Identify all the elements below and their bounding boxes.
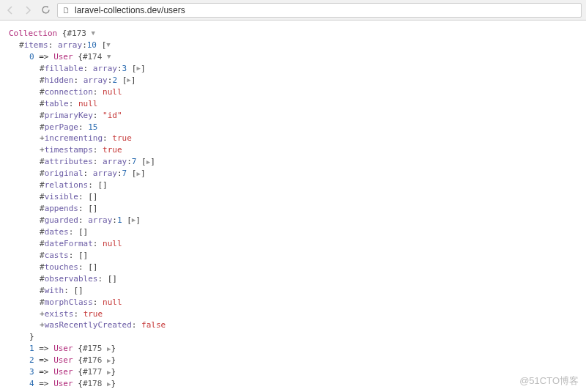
property-key: touches [45, 262, 78, 272]
property-value: 15 [88, 122, 97, 132]
forward-button[interactable] [22, 4, 34, 16]
property-key: guarded [45, 215, 78, 225]
property-value: [] [97, 180, 107, 190]
property-key: incrementing [45, 133, 103, 143]
index: 2 [29, 355, 34, 365]
visibility-prefix: # [40, 192, 45, 201]
property-key: timestamps [45, 145, 93, 155]
property-value: true [84, 309, 103, 319]
property-key: original [45, 169, 84, 178]
url-text: laravel-collections.dev/users [75, 5, 185, 15]
property-value: [] [78, 227, 88, 237]
property-key: primaryKey [45, 111, 93, 120]
property-key: casts [45, 251, 69, 260]
property-value: [] [73, 286, 83, 295]
index: 3 [29, 367, 34, 377]
visibility-prefix: # [40, 157, 45, 166]
array-count: 1 [117, 215, 122, 225]
property-type: array [93, 169, 117, 178]
visibility-prefix: # [40, 204, 45, 213]
class-name: User [53, 344, 73, 353]
visibility-prefix: # [40, 87, 45, 97]
dump-output: Collection {#173 ▼ #items: array:10 [▼ 0… [0, 21, 586, 392]
property-row: #observables: [] [9, 273, 577, 285]
property-row: #with: [] [9, 285, 577, 297]
property-row: +timestamps: true [9, 144, 577, 156]
property-type: array [93, 64, 117, 73]
visibility-prefix: # [40, 274, 45, 284]
array-count: 7 [132, 157, 137, 166]
back-button[interactable] [4, 4, 16, 16]
visibility-prefix: # [40, 227, 45, 237]
property-value: true [112, 133, 132, 143]
property-value: "id" [103, 111, 122, 120]
property-value: [] [88, 192, 97, 201]
property-key: attributes [45, 157, 93, 166]
property-value: null [103, 87, 122, 97]
array-count: 2 [112, 75, 117, 85]
toggle-icon[interactable]: ▼ [106, 40, 110, 50]
property-key: relations [45, 180, 89, 190]
visibility-prefix: + [40, 320, 45, 330]
property-row: #table: null [9, 98, 577, 110]
property-row: #dateFormat: null [9, 238, 577, 250]
visibility-prefix: # [40, 297, 45, 307]
visibility-prefix: # [40, 99, 45, 108]
property-row: #relations: [] [9, 180, 577, 191]
property-row: #touches: [] [9, 262, 577, 273]
property-row: +wasRecentlyCreated: false [9, 319, 577, 331]
property-value: null [78, 99, 98, 108]
property-value: true [103, 145, 122, 155]
property-key: appends [45, 204, 78, 213]
class-name: Collection [9, 29, 57, 38]
property-value: [] [88, 204, 97, 213]
object-ref: #178 [83, 379, 103, 388]
visibility-prefix: # [40, 75, 45, 85]
visibility-prefix: # [40, 122, 45, 132]
property-row: #morphClass: null [9, 297, 577, 308]
property-key: connection [45, 87, 93, 97]
toggle-icon[interactable]: ▼ [92, 29, 95, 38]
reload-button[interactable] [40, 4, 51, 16]
visibility-prefix: # [40, 215, 45, 225]
property-row: #primaryKey: "id" [9, 110, 577, 122]
property-row: #appends: [] [9, 203, 577, 215]
property-key: perPage [45, 122, 78, 132]
property-row: #visible: [] [9, 191, 577, 203]
url-bar[interactable]: 🗋 laravel-collections.dev/users [57, 3, 582, 18]
collapsed-user-row: 2 => User {#176 ▶} [9, 355, 577, 366]
collapsed-user-row: 1 => User {#175 ▶} [9, 343, 577, 355]
property-key: observables [45, 274, 98, 284]
property-key: hidden [45, 75, 74, 85]
browser-toolbar: 🗋 laravel-collections.dev/users [0, 0, 586, 21]
array-count: 3 [122, 64, 127, 73]
visibility-prefix: # [40, 239, 45, 248]
visibility-prefix: + [40, 133, 45, 143]
property-value: [] [108, 274, 117, 284]
property-key: table [45, 99, 69, 108]
class-name: User [53, 367, 73, 377]
property-row: #attributes: array:7 [▶] [9, 156, 577, 168]
property-value: false [141, 320, 166, 330]
object-ref: #177 [83, 367, 103, 377]
property-key: fillable [45, 64, 84, 73]
array-count: 7 [122, 169, 127, 178]
index: 4 [29, 379, 34, 388]
visibility-prefix: # [40, 251, 45, 260]
property-key: wasRecentlyCreated [45, 320, 132, 330]
object-ref: #175 [83, 344, 103, 353]
property-row: #casts: [] [9, 250, 577, 262]
property-value: [] [78, 251, 88, 260]
property-row: +exists: true [9, 308, 577, 320]
visibility-prefix: # [40, 262, 45, 272]
class-name: User [53, 379, 73, 388]
property-value: null [103, 239, 122, 248]
index: 1 [29, 344, 34, 353]
property-value: [] [88, 262, 97, 272]
watermark: @51CTO博客 [519, 374, 579, 388]
property-row: #original: array:7 [▶] [9, 168, 577, 180]
visibility-prefix: + [40, 309, 45, 319]
collapsed-user-row: 3 => User {#177 ▶} [9, 366, 577, 378]
property-key: dateFormat [45, 239, 93, 248]
toggle-icon[interactable]: ▼ [107, 52, 111, 62]
